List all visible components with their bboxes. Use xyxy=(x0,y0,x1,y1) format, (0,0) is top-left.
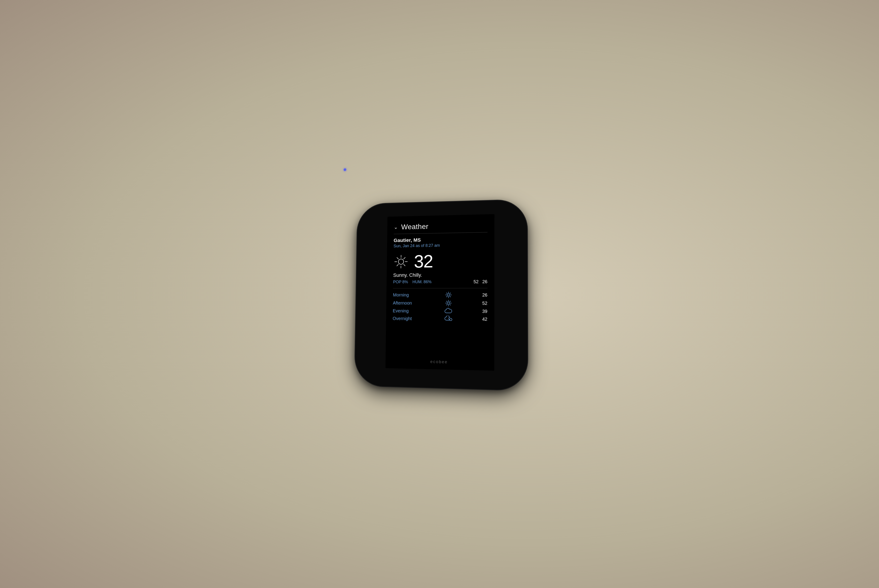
current-weather-section: 32 xyxy=(393,252,487,271)
sun-icon xyxy=(444,300,453,306)
svg-point-18 xyxy=(447,302,449,304)
svg-line-7 xyxy=(404,258,405,259)
forecast-temp: 26 xyxy=(476,292,487,297)
low-temp: 26 xyxy=(482,279,487,284)
forecast-temp: 52 xyxy=(476,301,487,306)
forecast-row: Evening 39 xyxy=(393,308,487,314)
weather-stats: POP 8% HUM. 86% 52 26 xyxy=(393,279,488,285)
hum-value: 86% xyxy=(424,279,431,284)
svg-line-17 xyxy=(446,296,448,297)
svg-line-16 xyxy=(450,293,451,294)
forecast-row: Overnight 42 xyxy=(393,315,487,322)
location-date: Sun, Jan 24 as of 8:27 am xyxy=(394,242,488,248)
chevron-down-icon[interactable]: ⌄ xyxy=(394,225,398,230)
svg-line-26 xyxy=(446,304,447,305)
svg-line-25 xyxy=(450,301,451,302)
cloud-icon xyxy=(444,308,453,314)
forecast-period: Morning xyxy=(393,292,422,298)
forecast-period: Overnight xyxy=(393,316,422,321)
forecast-row: Morning 26 xyxy=(393,291,487,298)
forecast-period: Afternoon xyxy=(393,300,422,306)
ecobee-thermostat: ⌄ Weather Gautier, MS Sun, Jan 24 as of … xyxy=(355,200,527,390)
cloud-moon-icon xyxy=(444,315,453,322)
svg-point-9 xyxy=(448,294,450,296)
forecast-temp: 39 xyxy=(476,309,487,314)
svg-line-8 xyxy=(397,264,398,266)
device-screen: ⌄ Weather Gautier, MS Sun, Jan 24 as of … xyxy=(385,214,494,370)
svg-line-5 xyxy=(397,258,398,259)
sun-icon xyxy=(444,291,453,298)
screen-title: Weather xyxy=(401,222,428,231)
svg-line-14 xyxy=(446,293,448,294)
forecast-list: Morning 26Afternoon 52Even xyxy=(393,291,488,322)
svg-line-6 xyxy=(404,264,405,266)
forecast-divider xyxy=(393,288,487,288)
brand-label: ecobee xyxy=(430,359,448,364)
weather-condition: Sunny. Chilly. xyxy=(393,272,487,278)
svg-line-23 xyxy=(446,301,448,302)
screen-header: ⌄ Weather xyxy=(394,221,488,231)
forecast-temp: 42 xyxy=(476,316,487,322)
pop-label: POP xyxy=(393,280,401,285)
hi-lo-temps: 52 26 xyxy=(473,279,487,284)
svg-line-24 xyxy=(450,304,451,305)
hum-label: HUM. xyxy=(412,280,423,285)
pop-stat: POP 8% xyxy=(393,280,408,285)
location-section: Gautier, MS Sun, Jan 24 as of 8:27 am xyxy=(394,236,488,248)
current-temperature: 32 xyxy=(414,252,433,271)
current-weather-icon xyxy=(393,254,409,270)
svg-point-0 xyxy=(398,259,404,264)
svg-line-15 xyxy=(450,296,451,297)
header-divider xyxy=(394,232,487,234)
high-temp: 52 xyxy=(473,279,479,284)
hum-stat: HUM. 86% xyxy=(412,279,431,284)
forecast-row: Afternoon 52 xyxy=(393,300,487,307)
location-name: Gautier, MS xyxy=(394,236,488,243)
pop-value: 8% xyxy=(402,280,408,285)
forecast-period: Evening xyxy=(393,308,422,314)
